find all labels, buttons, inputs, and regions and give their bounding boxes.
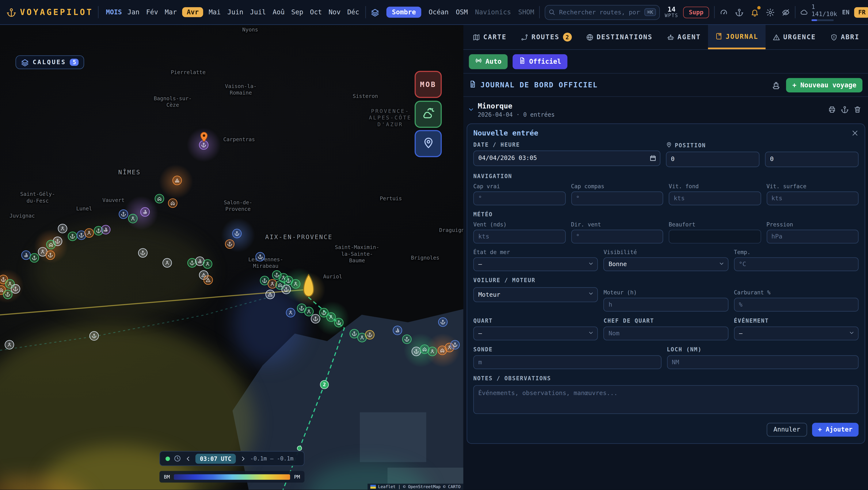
map-marker-sail[interactable] xyxy=(21,251,31,260)
map-marker-sail[interactable] xyxy=(141,207,150,217)
add-entry-button[interactable]: + Ajouter xyxy=(812,423,859,436)
map-marker-tent[interactable] xyxy=(173,176,182,185)
tab-routes[interactable]: ROUTES2 xyxy=(514,25,579,49)
chevron-down-icon[interactable] xyxy=(468,106,474,113)
month-mar[interactable]: Mar xyxy=(164,7,178,17)
notifications-bell-icon[interactable] xyxy=(751,8,759,16)
map-marker-anchor[interactable] xyxy=(232,229,242,238)
visibilite-select[interactable]: Bonne xyxy=(603,257,728,271)
month-juil[interactable]: Juil xyxy=(249,7,267,17)
map-marker-anchor[interactable] xyxy=(365,330,374,339)
drop-pin-button[interactable] xyxy=(414,130,442,157)
cap-compas-input[interactable] xyxy=(571,191,663,205)
tab-urgence[interactable]: URGENCE xyxy=(766,25,823,49)
month-jan[interactable]: Jan xyxy=(126,7,141,17)
basemap-shom[interactable]: SHOM xyxy=(518,8,534,16)
basemap-sombre[interactable]: Sombre xyxy=(386,6,421,18)
map-marker-warn[interactable] xyxy=(265,290,275,299)
map-marker-anchor[interactable] xyxy=(402,334,412,344)
basemap-osm[interactable]: OSM xyxy=(456,8,468,16)
map-marker-anchor[interactable] xyxy=(68,231,77,241)
delete-trip-icon[interactable] xyxy=(854,106,862,114)
tab-agent[interactable]: AGENT xyxy=(660,25,708,49)
longitude-input[interactable] xyxy=(765,152,859,167)
map-marker-person[interactable] xyxy=(58,224,67,233)
map-marker-anchor[interactable] xyxy=(138,248,148,258)
vessel-marker[interactable] xyxy=(301,274,316,299)
map-marker-warn[interactable] xyxy=(204,275,213,285)
map-marker-anchor[interactable] xyxy=(225,239,235,249)
map-marker-anchor[interactable] xyxy=(3,290,12,299)
map-marker-anchor[interactable] xyxy=(255,252,265,262)
etat-mer-select[interactable]: — xyxy=(473,257,598,271)
map-marker-anchor[interactable] xyxy=(11,284,20,294)
search-input[interactable] xyxy=(558,8,642,16)
map-marker-anchor[interactable] xyxy=(119,209,128,219)
tab-destinations[interactable]: DESTINATIONS xyxy=(579,25,660,49)
vit-fond-input[interactable] xyxy=(669,191,761,205)
month-nov[interactable]: Nov xyxy=(328,7,342,17)
ship-icon[interactable] xyxy=(772,80,781,90)
tab-carte[interactable]: CARTE xyxy=(465,25,514,49)
dropped-pin-icon[interactable] xyxy=(200,132,208,144)
weather-button[interactable] xyxy=(414,101,442,128)
basemap-océan[interactable]: Océan xyxy=(429,8,449,16)
tab-conf[interactable]: CONF xyxy=(867,25,868,49)
map-canvas[interactable]: NyonsPierrelatteVaison-la- RomaineSister… xyxy=(0,25,463,490)
sonde-input[interactable] xyxy=(473,355,661,369)
month-avr[interactable]: Avr xyxy=(182,7,203,17)
month-aoû[interactable]: Aoû xyxy=(272,7,286,17)
anchor-export-icon[interactable] xyxy=(841,106,848,114)
map-marker-person[interactable] xyxy=(304,307,314,316)
map-marker-anchor[interactable] xyxy=(90,331,99,341)
month-fév[interactable]: Fév xyxy=(145,7,159,17)
auto-mode-button[interactable]: Auto xyxy=(469,54,507,69)
map-marker-anchor[interactable] xyxy=(281,285,291,294)
mob-button[interactable]: MOB xyxy=(414,71,442,98)
evenement-select[interactable]: — xyxy=(734,326,859,340)
propulsion-select[interactable]: Moteur xyxy=(473,287,598,302)
visibility-off-icon[interactable] xyxy=(782,8,790,16)
quart-select[interactable]: — xyxy=(473,326,598,340)
waypoint-badge[interactable]: 2 xyxy=(320,380,329,389)
map-marker-sail[interactable] xyxy=(101,225,111,234)
month-mai[interactable]: Mai xyxy=(208,7,222,17)
vent-input[interactable] xyxy=(473,230,565,243)
basemap-navionics[interactable]: Navionics xyxy=(475,8,511,16)
close-icon[interactable] xyxy=(851,129,859,136)
print-icon[interactable] xyxy=(828,106,836,114)
map-marker-anchor[interactable] xyxy=(311,314,320,324)
vit-surface-input[interactable] xyxy=(767,191,859,205)
time-step-back-button[interactable] xyxy=(185,455,191,462)
layers-panel-button[interactable]: CALQUES 5 xyxy=(16,55,84,69)
tide-gradient[interactable] xyxy=(174,474,290,480)
map-marker-anchor[interactable] xyxy=(438,317,448,327)
map-marker-person[interactable] xyxy=(291,279,300,289)
map-marker-person[interactable] xyxy=(85,228,94,238)
map-marker-harbor[interactable] xyxy=(155,194,164,203)
map-marker-person[interactable] xyxy=(162,258,172,268)
datetime-input[interactable] xyxy=(473,151,660,166)
lang-fr-button[interactable]: FR xyxy=(855,7,868,18)
gauge-icon[interactable] xyxy=(720,8,728,16)
map-marker-harbor[interactable] xyxy=(46,240,56,250)
chef-input[interactable] xyxy=(603,326,728,340)
temp-input[interactable] xyxy=(734,257,859,271)
loch-input[interactable] xyxy=(667,355,859,369)
map-marker-person[interactable] xyxy=(128,214,137,224)
map-marker-person[interactable] xyxy=(203,259,212,269)
latitude-input[interactable] xyxy=(666,152,760,167)
month-juin[interactable]: Juin xyxy=(226,7,244,17)
trip-row[interactable]: Minorque 2026-04-04 · 0 entrées xyxy=(463,97,868,121)
theme-sun-icon[interactable] xyxy=(766,8,774,16)
map-marker-anchor[interactable] xyxy=(334,318,344,328)
map-marker-person[interactable] xyxy=(286,308,295,317)
month-déc[interactable]: Déc xyxy=(346,7,360,17)
tab-abri[interactable]: ABRI xyxy=(823,25,867,49)
official-mode-button[interactable]: Officiel xyxy=(513,54,567,69)
month-sep[interactable]: Sep xyxy=(290,7,304,17)
lang-en-button[interactable]: EN xyxy=(842,9,849,16)
map-marker-person[interactable] xyxy=(428,347,437,356)
map-marker-sail[interactable] xyxy=(393,326,402,335)
map-marker-anchor[interactable] xyxy=(450,340,460,350)
